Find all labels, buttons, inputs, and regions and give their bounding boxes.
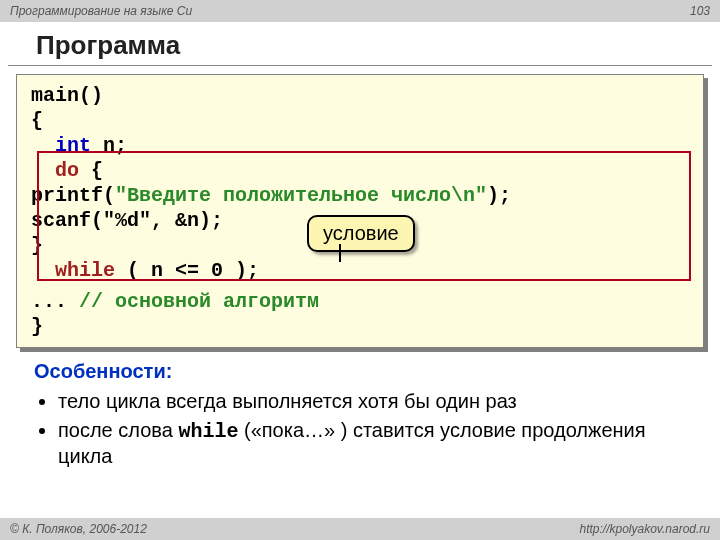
divider (8, 65, 712, 66)
code-content: main() { int n; do { printf("Введите пол… (16, 74, 704, 348)
code-line: main() (31, 84, 103, 107)
top-bar: Программирование на языке Си 103 (0, 0, 720, 22)
footer-url: http://kpolyakov.narod.ru (579, 522, 710, 536)
callout-condition: условие (307, 215, 415, 252)
feature-text: после слова (58, 419, 178, 441)
list-item: тело цикла всегда выполняется хотя бы од… (58, 389, 686, 414)
course-title: Программирование на языке Си (10, 4, 192, 18)
feature-text: тело цикла всегда выполняется хотя бы од… (58, 390, 517, 412)
inline-code-while: while (178, 420, 238, 443)
features-list: тело цикла всегда выполняется хотя бы од… (58, 389, 686, 469)
code-line: { (31, 109, 43, 132)
code-block: main() { int n; do { printf("Введите пол… (16, 74, 704, 348)
page-title: Программа (0, 22, 720, 65)
features-heading: Особенности: (34, 360, 172, 382)
features-block: Особенности: тело цикла всегда выполняет… (0, 348, 720, 469)
bottom-bar: © К. Поляков, 2006-2012 http://kpolyakov… (0, 518, 720, 540)
page-number: 103 (690, 4, 710, 18)
code-comment: // основной алгоритм (79, 290, 319, 313)
code-line: } (31, 315, 43, 338)
code-text: ... (31, 290, 79, 313)
copyright: © К. Поляков, 2006-2012 (10, 522, 147, 536)
callout-label: условие (323, 222, 399, 244)
list-item: после слова while («пока…» ) ставится ус… (58, 418, 686, 469)
